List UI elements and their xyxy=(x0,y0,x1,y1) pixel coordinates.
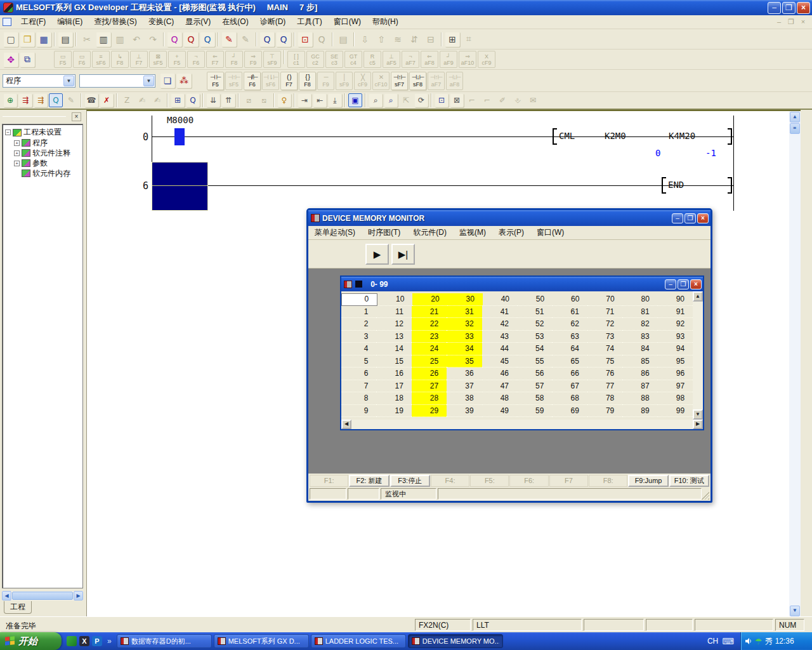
tree-expander[interactable]: + xyxy=(14,161,20,166)
tree-expander[interactable]: + xyxy=(14,150,20,156)
tree-item[interactable]: 软元件内存 xyxy=(14,168,82,178)
grid-cell[interactable]: 49 xyxy=(482,405,517,418)
grid-cell[interactable]: 52 xyxy=(517,318,552,331)
data-type-combobox[interactable]: 程序 ▼ xyxy=(3,74,75,88)
chevron-down-icon[interactable]: ▼ xyxy=(143,76,154,86)
comment-button[interactable]: ⊡ xyxy=(435,93,449,107)
entry-monitor-button[interactable]: Q xyxy=(186,93,200,107)
grid-cell[interactable]: 8 xyxy=(341,392,376,405)
grid-cell[interactable]: 82 xyxy=(622,318,657,331)
ladder-symbol-sF7[interactable]: ⊣↑⊢sF7 xyxy=(391,72,408,90)
grid-cell[interactable]: 60 xyxy=(553,293,587,306)
umbrella-tray-icon[interactable]: ☂ xyxy=(755,637,763,646)
menu-item[interactable]: 工具(T) xyxy=(291,15,327,29)
grid-cell[interactable]: 24 xyxy=(412,343,447,355)
grid-cell[interactable]: 16 xyxy=(376,368,411,380)
grid-vertical-scrollbar[interactable]: ▲ ▼ xyxy=(693,291,703,420)
grid-cell[interactable]: 68 xyxy=(552,392,587,405)
taskbar-task[interactable]: LADDER LOGIC TES... xyxy=(311,634,406,648)
language-bar[interactable]: CH ⌨ xyxy=(701,637,740,646)
scroll-down-icon[interactable]: ▼ xyxy=(790,606,800,616)
menu-item[interactable]: 诊断(D) xyxy=(254,15,292,29)
grid-cell[interactable]: 84 xyxy=(622,343,657,355)
grid-cell[interactable]: 46 xyxy=(482,368,517,380)
grid-cell[interactable]: 29 xyxy=(412,405,447,418)
find-coil-button[interactable]: ⌕ xyxy=(384,93,398,107)
grid-cell[interactable]: 53 xyxy=(517,331,552,343)
maximize-button[interactable]: ❐ xyxy=(678,279,689,289)
comment-display-button[interactable]: ⊡ xyxy=(298,32,313,47)
prev-step-button[interactable]: ⇤ xyxy=(313,93,327,107)
menu-item[interactable]: 软元件(D) xyxy=(407,225,453,240)
grid-cell[interactable]: 27 xyxy=(412,380,447,393)
find-contact-button[interactable]: ⌕ xyxy=(369,93,383,107)
close-button[interactable]: × xyxy=(690,279,702,289)
grid-cell[interactable]: 20 xyxy=(412,293,447,306)
grid-cell[interactable]: 77 xyxy=(587,380,622,393)
grid-cell[interactable]: 58 xyxy=(517,392,552,405)
language-indicator[interactable]: CH xyxy=(707,637,718,646)
grid-cell[interactable]: 72 xyxy=(587,318,622,331)
grid-cell[interactable]: 80 xyxy=(623,293,658,306)
grid-cell[interactable]: 17 xyxy=(376,380,411,393)
grid-cell[interactable]: 0 xyxy=(341,293,377,306)
grid-cell[interactable]: 74 xyxy=(587,343,622,355)
monitor-stop-button[interactable]: ☎ xyxy=(84,93,98,107)
scroll-left-icon[interactable]: ◀ xyxy=(341,420,351,429)
grid-cell[interactable]: 93 xyxy=(658,331,693,343)
monitor-start-all-button[interactable]: ▶| xyxy=(391,244,415,265)
tree-collapse-icon[interactable]: − xyxy=(5,129,11,135)
grid-cell[interactable]: 31 xyxy=(447,306,481,319)
ladder-symbol-F5[interactable]: ⊣ ⊢F5 xyxy=(207,72,224,90)
grid-cell[interactable]: 55 xyxy=(517,355,552,368)
grid-cell[interactable]: 86 xyxy=(622,368,657,380)
grid-cell[interactable]: 81 xyxy=(622,306,657,319)
grid-cell[interactable]: 7 xyxy=(341,380,376,393)
grid-cell[interactable]: 90 xyxy=(658,293,693,306)
grid-cell[interactable]: 19 xyxy=(376,405,411,418)
instruction-operand-1[interactable]: K2M0 xyxy=(605,131,626,141)
monitor-cancel-button[interactable]: ✗ xyxy=(100,93,114,107)
menu-item[interactable]: 在线(O) xyxy=(216,15,254,29)
tab-project[interactable]: 工程 xyxy=(4,601,32,614)
write-mode-button[interactable]: ⇶ xyxy=(18,93,32,107)
grid-cell[interactable]: 91 xyxy=(658,306,693,319)
ladder-vertical-scrollbar[interactable]: ▲ ≡ ▼ xyxy=(789,111,801,618)
grid-cell[interactable]: 28 xyxy=(412,392,447,405)
menu-item[interactable]: 监视(M) xyxy=(453,225,492,240)
menu-item[interactable]: 变换(C) xyxy=(143,15,180,29)
grid-cell[interactable]: 95 xyxy=(658,355,693,368)
new-window-button[interactable]: ❏ xyxy=(160,73,175,88)
close-button[interactable]: × xyxy=(697,213,709,223)
grid-cell[interactable]: 99 xyxy=(658,405,693,418)
grid-cell[interactable]: 78 xyxy=(587,392,622,405)
grid-cell[interactable]: 64 xyxy=(552,343,587,355)
grid-cell[interactable]: 71 xyxy=(587,306,622,319)
tree-item[interactable]: +参数 xyxy=(14,158,82,168)
tree-horizontal-scrollbar[interactable]: ◀ ▶ xyxy=(2,591,83,600)
monitor-mode-button[interactable]: ⊕ xyxy=(3,93,17,107)
grid-cell[interactable]: 5 xyxy=(341,355,376,368)
menu-item[interactable]: 表示(P) xyxy=(492,225,530,240)
grid-cell[interactable]: 50 xyxy=(518,293,553,306)
grid-cell[interactable]: 51 xyxy=(517,306,552,319)
grid-cell[interactable]: 88 xyxy=(622,392,657,405)
maximize-button[interactable]: ❐ xyxy=(684,213,696,223)
grid-cell[interactable]: 92 xyxy=(658,318,693,331)
grid-cell[interactable]: 35 xyxy=(447,355,481,368)
ladder-cursor[interactable] xyxy=(152,162,208,211)
chevron-right-icon[interactable]: » xyxy=(107,637,112,646)
grid-cell[interactable]: 10 xyxy=(377,293,412,306)
taskbar-task[interactable]: MELSOFT系列 GX D... xyxy=(214,634,309,648)
ladder-symbol-F7[interactable]: ( )F7 xyxy=(280,72,298,90)
quick-launch-icon-1[interactable] xyxy=(67,636,77,646)
monitor-start-button[interactable]: ▶ xyxy=(365,244,389,265)
instruction-opcode[interactable]: CML xyxy=(559,131,575,141)
grid-cell[interactable]: 94 xyxy=(658,343,693,355)
grid-cell[interactable]: 56 xyxy=(517,368,552,380)
zoom-in-button[interactable]: Q xyxy=(276,32,291,47)
grid-cell[interactable]: 9 xyxy=(341,405,376,418)
menu-item[interactable]: 窗口(W) xyxy=(328,15,367,29)
project-tree-toggle-button[interactable]: ⁂ xyxy=(176,73,192,88)
next-step-button[interactable]: ⇥ xyxy=(298,93,311,107)
